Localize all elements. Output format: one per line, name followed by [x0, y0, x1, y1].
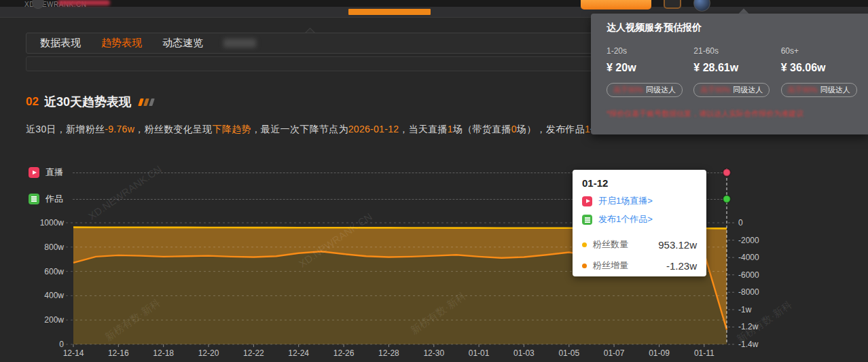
svg-text:12-28: 12-28	[378, 348, 399, 358]
duration-label: 60s+	[781, 46, 868, 56]
top-strip	[0, 0, 868, 7]
svg-text:-2000: -2000	[738, 236, 759, 245]
svg-text:400w: 400w	[44, 291, 64, 300]
summary-highlight: 1	[448, 124, 453, 134]
price-value: ¥ 36.06w	[781, 62, 868, 74]
diagonal-watermark: XD.NEWRANK.CN	[297, 211, 374, 270]
peer-badge: 高于90%同级达人	[607, 83, 683, 97]
summary-highlight: 2026-01-12	[348, 124, 399, 134]
svg-text:12-16: 12-16	[108, 348, 129, 358]
price-quote-popup: 达人视频服务预估报价 1-20s¥ 20w高于90%同级达人21-60s¥ 28…	[591, 14, 868, 134]
summary-segment: ，当天直播	[399, 124, 448, 134]
duration-label: 21-60s	[693, 46, 780, 56]
svg-text:600w: 600w	[44, 267, 64, 276]
summary-segment: ，最近一次下降节点为	[251, 124, 348, 134]
summary-text: 近30日，新增粉丝-9.76w，粉丝数变化呈现下降趋势，最近一次下降节点为202…	[26, 124, 600, 136]
active-nav-indicator	[348, 9, 431, 15]
svg-text:01-09: 01-09	[649, 348, 670, 358]
popup-footnote: *报价仅基于账号数据估算，请以达人实际合作报价为准建议	[607, 109, 868, 119]
svg-text:1000w: 1000w	[40, 218, 65, 228]
metric-label: 粉丝增量	[593, 259, 666, 272]
toolbar-square-button[interactable]	[664, 0, 681, 9]
badge-blurred-text: 高于90%	[613, 85, 643, 95]
diagonal-watermark: 新榜有数·新科	[734, 298, 795, 346]
badge-text: 同级达人	[646, 85, 676, 95]
series-dot-icon	[582, 242, 587, 247]
svg-text:-4000: -4000	[738, 253, 759, 262]
redacted-logo	[58, 0, 110, 5]
diagonal-watermark: 新榜有数·新科	[408, 289, 469, 337]
svg-text:01-11: 01-11	[694, 348, 715, 358]
badge-blurred-text: 高于90%	[700, 85, 730, 95]
work-icon	[582, 215, 592, 225]
svg-text:0: 0	[59, 340, 64, 349]
primary-action-button[interactable]	[581, 0, 651, 10]
tooltip-metric: 粉丝数量953.12w	[582, 238, 697, 251]
svg-text:800w: 800w	[44, 242, 64, 252]
popup-title: 达人视频服务预估报价	[607, 22, 868, 34]
summary-highlight: 下降趋势	[213, 124, 251, 134]
page: XD.NEWRANK.CN 数据表现趋势表现动态速览 02 近30天趋势表现 近…	[0, 0, 868, 362]
live-icon	[29, 167, 39, 178]
svg-text:12-18: 12-18	[153, 348, 174, 358]
svg-text:-8000: -8000	[738, 287, 759, 297]
section-title: 近30天趋势表现	[44, 94, 131, 110]
quote-marks-icon	[139, 98, 153, 106]
section-header: 02 近30天趋势表现	[26, 94, 153, 110]
svg-text:01-07: 01-07	[604, 348, 625, 358]
svg-text:0: 0	[738, 218, 743, 228]
svg-text:01-05: 01-05	[558, 348, 579, 358]
quote-column-1-20s: 1-20s¥ 20w高于90%同级达人	[607, 46, 693, 97]
live-icon	[582, 196, 592, 206]
price-value: ¥ 20w	[607, 62, 693, 74]
svg-text:-1.2w: -1.2w	[738, 322, 759, 331]
metric-value: 953.12w	[658, 239, 697, 251]
svg-text:12-26: 12-26	[333, 348, 355, 358]
badge-text: 同级达人	[820, 85, 850, 95]
svg-text:12-20: 12-20	[198, 348, 219, 358]
metric-label: 粉丝数量	[593, 238, 658, 251]
diagonal-watermark: 新榜有数·新科	[103, 296, 163, 344]
tab-数据表现[interactable]: 数据表现	[40, 37, 81, 50]
svg-text:12-14: 12-14	[63, 348, 84, 358]
summary-highlight: 0	[511, 124, 517, 134]
price-value: ¥ 28.61w	[693, 62, 780, 74]
legend-label: 直播	[46, 166, 63, 179]
quote-column-21-60s: 21-60s¥ 28.61w高于90%同级达人	[693, 46, 780, 97]
quote-column-60s+: 60s+¥ 36.06w高于90%同级达人	[781, 46, 868, 97]
svg-text:-1w: -1w	[738, 305, 752, 314]
summary-highlight: -9.76w	[105, 124, 134, 134]
event-link-text[interactable]: 开启1场直播>	[598, 195, 653, 207]
duration-label: 1-20s	[607, 46, 693, 56]
summary-segment: 场），发布作品	[517, 124, 585, 134]
tooltip-date: 01-12	[582, 177, 697, 189]
peer-badge: 高于90%同级达人	[693, 83, 770, 97]
metric-value: -1.23w	[666, 260, 697, 272]
peer-badge: 高于90%同级达人	[781, 83, 857, 97]
work-icon	[29, 194, 39, 204]
summary-highlight: 1	[585, 124, 590, 134]
tooltip-metric: 粉丝增量-1.23w	[582, 259, 697, 272]
svg-text:-6000: -6000	[738, 270, 759, 280]
redacted-text	[223, 39, 256, 48]
chart-tooltip: 01-12 开启1场直播>发布1个作品> 粉丝数量953.12w粉丝增量-1.2…	[573, 170, 706, 276]
legend-label: 作品	[46, 193, 63, 205]
summary-segment: 场（带货直播	[453, 124, 511, 134]
tooltip-event-link[interactable]: 发布1个作品>	[582, 213, 697, 225]
summary-segment: ，粉丝数变化呈现	[134, 124, 212, 134]
svg-text:12-30: 12-30	[423, 348, 444, 358]
svg-text:12-24: 12-24	[288, 348, 309, 358]
svg-text:200w: 200w	[44, 315, 64, 325]
badge-text: 同级达人	[733, 85, 763, 95]
svg-text:12-22: 12-22	[243, 348, 264, 358]
series-dot-icon	[582, 264, 587, 268]
event-link-text[interactable]: 发布1个作品>	[598, 213, 653, 225]
svg-text:-1.4w: -1.4w	[738, 340, 759, 349]
tooltip-event-link[interactable]: 开启1场直播>	[582, 195, 697, 207]
svg-text:01-01: 01-01	[469, 348, 490, 358]
tab-动态速览[interactable]: 动态速览	[162, 37, 203, 50]
svg-text:01-03: 01-03	[513, 348, 535, 358]
tab-趋势表现[interactable]: 趋势表现	[101, 37, 142, 50]
summary-segment: 近30日，新增粉丝	[26, 124, 105, 134]
section-number: 02	[26, 95, 39, 109]
